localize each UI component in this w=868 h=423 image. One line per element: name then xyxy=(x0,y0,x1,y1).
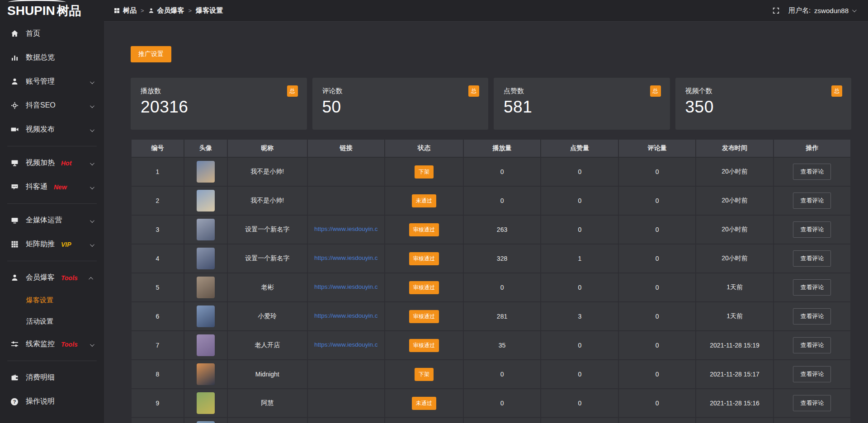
cell-avatar xyxy=(184,244,227,273)
cell-id: 5 xyxy=(132,273,184,301)
sidebar-item-label: 视频发布 xyxy=(26,125,55,134)
cell-status: 审核通过 xyxy=(385,331,462,359)
total-badge: 总 xyxy=(287,85,298,97)
cell-likes: 0 xyxy=(541,331,618,359)
sidebar-item-member-baoke[interactable]: 会员爆客 Tools xyxy=(0,266,104,290)
sidebar-item-instructions[interactable]: ? 操作说明 xyxy=(0,390,104,414)
cell-comments: 0 xyxy=(619,389,695,417)
bar-chart-icon xyxy=(10,54,19,61)
view-comments-button[interactable]: 查看评论 xyxy=(793,366,831,382)
avatar xyxy=(197,277,215,298)
stat-card-comments: 评论数 50 总 xyxy=(312,78,489,130)
cell-id: 9 xyxy=(132,389,184,417)
cell-avatar xyxy=(184,216,227,244)
video-link[interactable]: https://www.iesdouyin.c xyxy=(314,283,377,290)
video-link[interactable]: https://www.iesdouyin.c xyxy=(314,312,377,319)
avatar xyxy=(197,248,215,269)
cell-link: https://www.iesdouyin.c xyxy=(308,302,385,330)
sidebar-subitem-baoke-settings[interactable]: 爆客设置 xyxy=(0,290,104,311)
cell-comments: 0 xyxy=(619,244,695,273)
hot-tag: Hot xyxy=(61,160,71,167)
cell-comments: 0 xyxy=(619,158,695,186)
view-comments-button[interactable]: 查看评论 xyxy=(793,193,831,209)
monitor-icon xyxy=(10,216,19,224)
sidebar-subitem-activity-settings[interactable]: 活动设置 xyxy=(0,311,104,332)
sidebar-item-label: 数据总览 xyxy=(26,53,55,62)
col-header-comments: 评论量 xyxy=(619,140,695,157)
sidebar-item-clue-monitor[interactable]: 线索监控 Tools xyxy=(0,332,104,356)
table-row: 5 老彬 https://www.iesdouyin.c 审核通过 0 0 0 … xyxy=(132,273,850,301)
sidebar-item-matrix-boost[interactable]: 矩阵助推 VIP xyxy=(0,232,104,256)
view-comments-button[interactable]: 查看评论 xyxy=(793,395,831,411)
sidebar-item-home[interactable]: 首页 xyxy=(0,22,104,46)
sidebar-item-account-management[interactable]: 账号管理 xyxy=(0,70,104,94)
user-menu[interactable]: 用户名: zswodun88 xyxy=(788,6,855,15)
status-badge: 下架 xyxy=(415,165,434,179)
cell-status: 审核通过 xyxy=(385,273,462,301)
sidebar-item-label: 账号管理 xyxy=(26,77,55,86)
video-link[interactable]: https://www.iesdouyin.c xyxy=(314,341,377,348)
view-comments-button[interactable]: 查看评论 xyxy=(793,164,831,180)
sidebar-divider xyxy=(7,146,97,146)
status-badge: 未通过 xyxy=(412,397,436,410)
col-header-time: 发布时间 xyxy=(696,140,773,157)
vip-tag: VIP xyxy=(61,241,71,248)
sidebar-item-data-overview[interactable]: 数据总览 xyxy=(0,46,104,70)
breadcrumb-label: 树品 xyxy=(123,6,137,15)
sidebar-divider xyxy=(7,361,97,361)
cell-actions: 查看评论 xyxy=(774,360,850,388)
sidebar-item-douyin-seo[interactable]: 抖音SEO xyxy=(0,94,104,118)
video-link[interactable]: https://www.iesdouyin.c xyxy=(314,226,377,232)
sidebar-item-consumption-details[interactable]: 消费明细 xyxy=(0,366,104,390)
cell-likes: 0 xyxy=(541,216,618,244)
video-link[interactable]: https://www.iesdouyin.c xyxy=(314,254,377,261)
cell-comments: 0 xyxy=(619,216,695,244)
col-header-link: 链接 xyxy=(308,140,385,157)
avatar xyxy=(197,219,215,240)
breadcrumb-item-member-baoke[interactable]: 会员爆客 xyxy=(148,6,184,15)
cell-actions: 查看评论 xyxy=(774,187,850,215)
cell-actions: 查看评论 xyxy=(774,244,850,273)
sidebar-divider xyxy=(7,203,97,204)
sidebar-item-doutong[interactable]: 抖客通 New xyxy=(0,175,104,199)
breadcrumb-label: 会员爆客 xyxy=(157,6,184,15)
chevron-down-icon xyxy=(90,126,93,134)
breadcrumb-item-shupin[interactable]: 树品 xyxy=(114,6,137,15)
cell-status: 下架 xyxy=(385,158,462,186)
stat-card-videos: 视频个数 350 总 xyxy=(675,78,852,130)
table-row: 6 小爱玲 https://www.iesdouyin.c 审核通过 281 3… xyxy=(132,302,850,330)
home-icon xyxy=(10,30,19,38)
app-logo[interactable]: SHUPIN 树品 xyxy=(0,0,104,22)
view-comments-button[interactable]: 查看评论 xyxy=(793,308,831,324)
view-comments-button[interactable]: 查看评论 xyxy=(793,279,831,296)
view-comments-button[interactable]: 查看评论 xyxy=(793,221,831,238)
username-value: zswodun88 xyxy=(814,7,849,14)
cell-id: 7 xyxy=(132,331,184,359)
sidebar-item-video-publish[interactable]: 视频发布 xyxy=(0,118,104,141)
cell-nickname: 设置一个新名字 xyxy=(228,216,307,244)
logo-text-cn: 树品 xyxy=(57,3,81,19)
chevron-down-icon xyxy=(90,340,93,348)
sidebar-item-all-media[interactable]: 全媒体运营 xyxy=(0,208,104,232)
status-badge: 审核通过 xyxy=(409,339,439,352)
fullscreen-icon[interactable] xyxy=(773,7,779,14)
cell-link: https://www.iesdouyin.c xyxy=(308,216,385,244)
status-badge: 审核通过 xyxy=(409,281,439,294)
cell-nickname: 老彬 xyxy=(228,273,307,301)
cell-avatar xyxy=(184,389,227,417)
view-comments-button[interactable]: 查看评论 xyxy=(793,250,831,267)
cell-plays: 0 xyxy=(464,187,541,215)
sidebar-subitem-label: 爆客设置 xyxy=(26,296,53,305)
sidebar-item-video-heat[interactable]: 视频加热 Hot xyxy=(0,151,104,175)
table-header-row: 编号 头像 昵称 链接 状态 播放量 点赞量 评论量 发布时间 操作 xyxy=(132,140,850,157)
cell-likes: 1 xyxy=(541,244,618,273)
cell-nickname: 小爱玲 xyxy=(228,302,307,330)
view-comments-button[interactable]: 查看评论 xyxy=(793,337,831,353)
logo-arc-decoration xyxy=(8,0,66,5)
promotion-settings-button[interactable]: 推广设置 xyxy=(131,46,171,62)
sidebar-nav: 首页 数据总览 账号管理 抖音SEO 视频发布 xyxy=(0,22,104,414)
sidebar-item-label: 操作说明 xyxy=(26,397,55,406)
cell-likes: 0 xyxy=(541,158,618,186)
sidebar: SHUPIN 树品 首页 数据总览 账号管理 xyxy=(0,0,104,423)
cell-nickname: 设置一个新名字 xyxy=(228,244,307,273)
